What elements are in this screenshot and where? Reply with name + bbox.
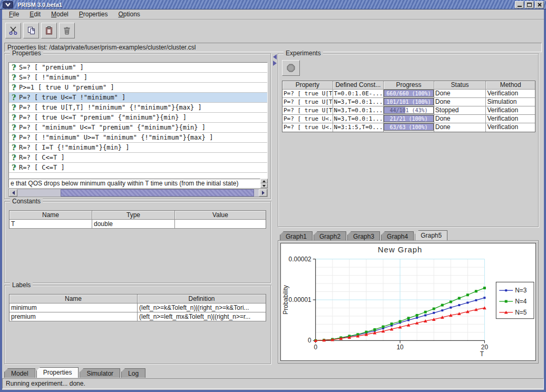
window-menu-icon[interactable] [3, 1, 13, 8]
tab-log[interactable]: Log [121, 368, 145, 378]
experiments-group-title: Experiments [284, 50, 323, 57]
copy-button[interactable] [23, 23, 39, 38]
column-header[interactable]: Name [9, 211, 92, 220]
column-header[interactable]: Definition [138, 295, 266, 303]
status-text: Running experiment... done. [6, 380, 85, 387]
paste-button[interactable] [41, 23, 57, 38]
experiment-row[interactable]: P=? [ true U<... N=3,T=0.0:1... 21/21 (1… [282, 115, 535, 123]
column-header[interactable]: Type [92, 211, 175, 220]
table-row[interactable]: T double [9, 220, 266, 229]
menu-properties[interactable]: Properties [75, 9, 112, 19]
line-chart: 0102000.000010.00002New GraphProbability… [281, 243, 535, 360]
progress-bar: 660/660 (100%) [384, 90, 434, 97]
column-header[interactable]: Name [9, 295, 138, 303]
graph-content: 0102000.000010.00002New GraphProbability… [278, 240, 539, 364]
question-icon: ? [11, 123, 16, 132]
spinner-down-button[interactable] [260, 183, 268, 188]
experiment-row[interactable]: P=? [ true U[T... N=3,T=0.0:1... 101/101… [282, 98, 535, 106]
labels-table: Name Definition minimum (left_n>=k&Tolef… [9, 294, 266, 321]
menu-edit[interactable]: Edit [25, 9, 45, 19]
maximize-button[interactable] [525, 1, 534, 8]
tab-graph5[interactable]: Graph5 [415, 230, 447, 240]
status-cell: Stopped [434, 106, 486, 115]
property-comment-field[interactable]: e that QOS drops below minimum quality w… [8, 179, 260, 188]
arrow-right-icon [262, 191, 265, 195]
tab-simulator[interactable]: Simulator [80, 368, 120, 378]
property-row[interactable]: ?P>=1 [ true U "premium" ] [9, 83, 267, 93]
column-header[interactable]: Property [282, 81, 333, 90]
labels-group-title: Labels [10, 281, 33, 289]
spinner-up-button[interactable] [260, 179, 268, 183]
property-row[interactable]: ?P=? [ !"minimum" U>=T "minimum" {!"mini… [9, 133, 267, 143]
scrollbar-thumb[interactable] [61, 189, 253, 197]
tab-graph1[interactable]: Graph1 [280, 231, 313, 240]
status-cell: Done [434, 115, 486, 123]
tab-model[interactable]: Model [4, 368, 35, 378]
prism-window: PRISM 3.0.beta1 File Edit Model Properti… [0, 0, 546, 392]
cut-icon [8, 26, 18, 35]
table-row[interactable]: minimum (left_n>=k&Toleft_n)|(right_n>=k… [9, 303, 266, 312]
status-cell: Done [434, 90, 486, 98]
experiment-row[interactable]: P=? [ true U[T... T=0.0:1.0E-... 660/660… [282, 90, 535, 98]
copy-icon [26, 26, 36, 35]
stop-experiment-button[interactable] [282, 60, 300, 76]
titlebar[interactable]: PRISM 3.0.beta1 [0, 0, 546, 9]
question-icon: ? [11, 143, 16, 152]
column-header[interactable]: Status [434, 81, 486, 90]
property-row[interactable]: ?S=? [ "premium" ] [9, 63, 267, 73]
property-row[interactable]: ?P=? [ "minimum" U<=T "premium" {"minimu… [9, 123, 267, 133]
column-header[interactable]: Progress [384, 81, 434, 90]
split-pane-divider[interactable] [272, 53, 277, 364]
cut-button[interactable] [5, 23, 21, 38]
method-cell: Verification [486, 115, 535, 123]
question-icon: ? [11, 133, 16, 142]
question-icon: ? [11, 73, 16, 82]
table-row[interactable]: premium (left_n>=left_mx&Toleft_n)|(righ… [9, 312, 266, 321]
column-header[interactable]: Value [175, 211, 266, 220]
property-row[interactable]: ?R=? [ I=T {!"minimum"}{min} ] [9, 143, 267, 153]
chart-panel[interactable]: 0102000.000010.00002New GraphProbability… [280, 243, 536, 361]
svg-text:N=4: N=4 [515, 298, 527, 305]
svg-text:New Graph: New Graph [378, 246, 422, 254]
experiment-row[interactable]: P=? [ true U<... N=3:1:5,T=0... 63/63 (1… [282, 123, 535, 132]
tab-properties[interactable]: Properties [36, 367, 79, 378]
property-row[interactable]: ?P=? [ true U[T,T] !"minimum" {!"minimum… [9, 103, 267, 113]
delete-button[interactable] [59, 23, 75, 38]
minimize-button[interactable] [515, 1, 524, 8]
svg-text:0: 0 [314, 344, 317, 351]
column-header[interactable]: Defined Const... [333, 81, 384, 90]
window-frame [0, 390, 546, 392]
properties-horizontal-scrollbar[interactable] [8, 189, 268, 197]
property-row[interactable]: ?S=? [ !"minimum" ] [9, 73, 267, 83]
properties-list[interactable]: ?S=? [ "premium" ] ?S=? [ !"minimum" ] ?… [8, 62, 268, 179]
menu-options[interactable]: Options [114, 9, 144, 19]
status-cell: Done [434, 98, 486, 106]
method-cell: Verification [486, 90, 535, 98]
scrollbar-track[interactable] [17, 189, 259, 197]
scroll-left-button[interactable] [9, 189, 17, 197]
scroll-right-button[interactable] [259, 189, 267, 197]
collapse-left-icon[interactable] [273, 54, 277, 60]
window-frame [0, 9, 2, 392]
property-row[interactable]: ?R=? [ C<=T ] [9, 163, 267, 173]
stop-octagon-icon [286, 63, 296, 73]
comment-scroll-spinner [260, 179, 268, 188]
close-button[interactable] [535, 1, 544, 8]
svg-text:10: 10 [396, 344, 404, 351]
svg-text:Probability: Probability [282, 285, 289, 315]
property-row-selected[interactable]: ?P=? [ true U<=T !"minimum" ] [9, 93, 267, 103]
tab-graph3[interactable]: Graph3 [347, 231, 380, 240]
question-icon: ? [11, 163, 16, 172]
tab-graph4[interactable]: Graph4 [381, 231, 414, 240]
column-header[interactable]: Method [486, 81, 535, 90]
collapse-right-icon[interactable] [273, 61, 277, 66]
tab-graph2[interactable]: Graph2 [314, 231, 346, 240]
svg-text:0.00002: 0.00002 [289, 256, 312, 263]
experiment-row[interactable]: P=? [ true U[T... N=3,T=0.0:1... 44/101 … [282, 106, 535, 115]
property-row[interactable]: ?R=? [ C<=T ] [9, 153, 267, 163]
property-row[interactable]: ?P=? [ true U<=T "premium" {"minimum"}{m… [9, 113, 267, 123]
menu-file[interactable]: File [5, 9, 23, 19]
window-frame [544, 9, 546, 392]
menu-model[interactable]: Model [47, 9, 73, 19]
svg-text:0: 0 [308, 337, 311, 344]
